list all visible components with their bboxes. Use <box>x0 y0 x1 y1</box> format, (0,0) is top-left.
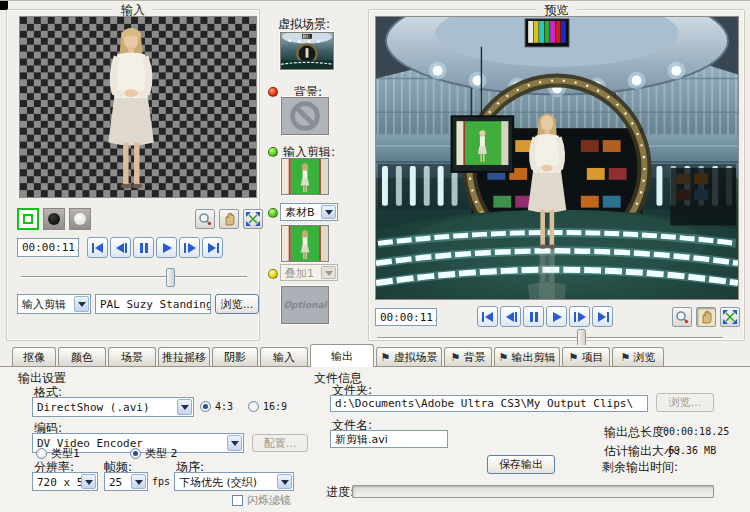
go-end-icon <box>207 243 219 253</box>
virtual-scene-thumbnail[interactable] <box>280 32 334 70</box>
preview-viewport[interactable] <box>375 16 739 300</box>
material-thumb-image <box>282 226 328 261</box>
preview-step-back-button[interactable] <box>500 306 521 327</box>
tab-shadow[interactable]: 阴影 <box>212 347 258 366</box>
flicker-filter-checkbox[interactable] <box>232 495 243 506</box>
flag-icon: ⚑ <box>569 352 579 363</box>
chevron-down-icon <box>131 474 146 489</box>
tab-input[interactable]: 输入 <box>260 347 308 366</box>
input-scrub-thumb[interactable] <box>166 268 175 287</box>
go-end-icon <box>597 312 609 322</box>
pan-tool-button[interactable] <box>219 209 239 229</box>
input-source-select[interactable]: 输入剪辑 <box>17 294 91 314</box>
progress-label: 进度: <box>326 484 354 501</box>
white-circle-icon <box>74 213 86 225</box>
tab-scene[interactable]: 场景 <box>108 347 156 366</box>
material-select[interactable]: 素材B <box>280 203 338 221</box>
preview-go-end-button[interactable] <box>592 306 613 327</box>
tab-output-clip[interactable]: ⚑输出剪辑 <box>494 347 560 366</box>
chevron-down-icon <box>321 205 336 219</box>
input-step-back-button[interactable] <box>110 237 131 258</box>
preview-scrub-track[interactable] <box>377 337 723 339</box>
input-go-start-button[interactable] <box>87 237 108 258</box>
hand-icon <box>700 310 713 324</box>
fit-view-button[interactable] <box>243 209 263 229</box>
input-play-button[interactable] <box>156 237 177 258</box>
chevron-down-icon <box>277 474 292 489</box>
pause-icon <box>529 312 539 322</box>
input-pause-button[interactable] <box>133 237 154 258</box>
preview-panel: 预览 <box>368 9 745 341</box>
est-size-value: 69.36 MB <box>668 445 716 456</box>
field-order-select[interactable]: 下场优先 (交织) <box>174 472 294 491</box>
preview-timecode-field[interactable]: 00:00:11.16 <box>375 308 437 326</box>
flicker-filter-option[interactable]: 闪烁滤镜 <box>232 493 291 508</box>
view-composite-button[interactable] <box>17 208 39 230</box>
type2-option[interactable]: 类型 2 <box>130 446 178 461</box>
configure-button[interactable]: 配置... <box>252 434 308 452</box>
zoom-tool-button[interactable] <box>195 209 215 229</box>
type2-label: 类型 2 <box>145 446 178 461</box>
input-clip-filename-field[interactable]: PAL Suzy Standing.avi <box>95 294 211 314</box>
input-panel: 输入 <box>6 9 260 341</box>
fps-label: fps <box>152 476 170 487</box>
type2-radio[interactable] <box>130 448 141 459</box>
virtual-set-image <box>376 17 738 299</box>
background-status-dot <box>268 87 278 97</box>
resolution-select[interactable]: 720 x 576 <box>32 472 98 491</box>
chevron-down-icon <box>81 474 96 489</box>
tab-virtual-scene[interactable]: ⚑虚拟场景 <box>376 347 442 366</box>
aspect-4-3-radio[interactable] <box>200 401 211 412</box>
tab-keying[interactable]: 抠像 <box>12 347 56 366</box>
view-matte-black-button[interactable] <box>43 208 65 230</box>
input-clip-thumbnail[interactable] <box>281 158 329 195</box>
tab-output[interactable]: 输出 <box>310 344 374 367</box>
preview-fit-view-button[interactable] <box>720 307 740 327</box>
tab-background[interactable]: ⚑背景 <box>444 347 492 366</box>
tab-pan-zoom[interactable]: 推拉摇移 <box>158 347 210 366</box>
overlay-select[interactable]: 叠加1 <box>280 264 338 281</box>
total-length-value: 00:00:18.25 <box>663 426 729 437</box>
framerate-select[interactable]: 25 <box>104 472 148 491</box>
tab-color[interactable]: 颜色 <box>58 347 106 366</box>
format-select[interactable]: DirectShow (.avi) <box>32 397 194 417</box>
aspect-16-9-label: 16:9 <box>263 401 287 412</box>
go-start-icon <box>482 312 494 322</box>
input-step-forward-button[interactable] <box>179 237 200 258</box>
input-video-viewport[interactable] <box>19 16 257 198</box>
input-timecode-field[interactable]: 00:00:11.16 <box>17 238 79 257</box>
preview-zoom-tool-button[interactable] <box>672 307 692 327</box>
aspect-4-3-option[interactable]: 4:3 <box>200 401 233 412</box>
aspect-16-9-radio[interactable] <box>248 401 259 412</box>
progress-bar <box>352 485 714 498</box>
input-go-end-button[interactable] <box>202 237 223 258</box>
preview-step-forward-button[interactable] <box>569 306 590 327</box>
type1-radio[interactable] <box>36 448 47 459</box>
preview-go-start-button[interactable] <box>477 306 498 327</box>
preview-play-button[interactable] <box>546 306 567 327</box>
input-scrub-track[interactable] <box>21 276 247 278</box>
total-length-label: 输出总长度: <box>604 424 668 441</box>
material-thumbnail[interactable] <box>281 225 329 262</box>
tab-browse[interactable]: ⚑浏览 <box>612 347 664 366</box>
preview-pause-button[interactable] <box>523 306 544 327</box>
flag-icon: ⚑ <box>621 352 631 363</box>
tab-project[interactable]: ⚑项目 <box>562 347 610 366</box>
filename-field[interactable]: 新剪辑.avi <box>330 430 448 448</box>
save-output-button[interactable]: 保存输出 <box>487 455 555 474</box>
folder-path-field[interactable]: d:\Documents\Adobe Ultra CS3\My Output C… <box>330 395 648 412</box>
virtual-scene-label: 虚拟场景: <box>278 16 330 33</box>
pause-icon <box>139 243 149 253</box>
flag-icon: ⚑ <box>381 352 391 363</box>
aspect-16-9-option[interactable]: 16:9 <box>248 401 287 412</box>
chevron-down-icon <box>227 435 242 451</box>
step-back-icon <box>115 243 127 253</box>
overlay-select-value: 叠加1 <box>285 265 314 280</box>
view-matte-white-button[interactable] <box>69 208 91 230</box>
preview-pan-tool-button[interactable] <box>696 307 716 327</box>
overlay-thumbnail[interactable]: Optional <box>281 286 329 324</box>
background-thumbnail[interactable] <box>281 97 329 135</box>
input-browse-button[interactable]: 浏览... <box>215 294 259 314</box>
folder-browse-button[interactable]: 浏览... <box>656 393 714 412</box>
virtual-scene-thumb-image <box>281 33 333 69</box>
